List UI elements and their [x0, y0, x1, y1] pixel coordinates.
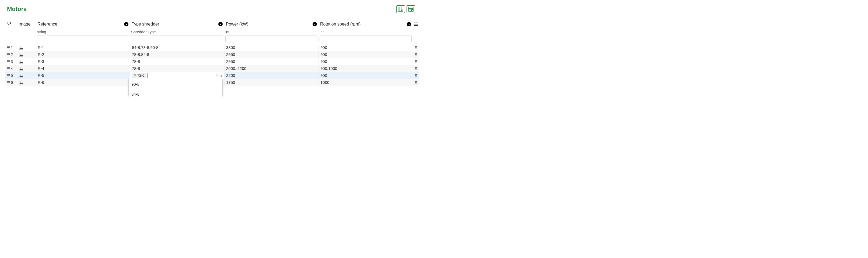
- cell-reference[interactable]: R-4: [36, 65, 130, 72]
- cell-rotation[interactable]: 900: [318, 51, 413, 58]
- delete-row-button[interactable]: [413, 58, 419, 65]
- tag-remove-icon[interactable]: ✕: [134, 74, 136, 77]
- delete-row-button[interactable]: [413, 79, 419, 86]
- column-header-num[interactable]: N°: [5, 19, 17, 29]
- row-number: 6: [11, 80, 13, 85]
- row-handle[interactable]: 1: [5, 44, 17, 51]
- cell-reference[interactable]: R-1: [36, 44, 130, 51]
- svg-rect-24: [415, 53, 417, 56]
- column-type-reference: string: [37, 30, 129, 34]
- column-type-shredder: Shredder Type: [131, 30, 223, 34]
- type-shredder-dropdown[interactable]: 90-8 84-8 78-8 72-6: [128, 79, 223, 97]
- tag-chip[interactable]: ✕ 72-6: [132, 73, 146, 78]
- drag-handle-icon[interactable]: [7, 74, 10, 76]
- cell-image[interactable]: [17, 44, 36, 51]
- cell-image[interactable]: [17, 65, 36, 72]
- cell-type-shredder-editor[interactable]: ✕ 72-6 ✕ ▴ 90-8 84-8 78-8 72-6: [130, 72, 224, 79]
- svg-point-30: [20, 61, 21, 61]
- svg-rect-50: [19, 81, 23, 84]
- svg-rect-43: [19, 74, 23, 77]
- delete-row-button[interactable]: [413, 44, 419, 51]
- cell-image[interactable]: [17, 79, 36, 86]
- svg-rect-17: [415, 46, 417, 49]
- row-number: 1: [11, 45, 13, 50]
- column-header-rotation[interactable]: Rotation speed (rpm) ▾: [318, 19, 413, 29]
- cell-rotation[interactable]: 900: [318, 58, 413, 65]
- drag-handle-icon[interactable]: [7, 53, 10, 56]
- cell-image[interactable]: [17, 72, 36, 79]
- chevron-down-icon[interactable]: ▾: [218, 22, 223, 26]
- svg-rect-52: [415, 81, 417, 84]
- svg-rect-29: [19, 60, 23, 63]
- cell-reference[interactable]: R-5: [36, 72, 130, 79]
- chevron-down-icon[interactable]: ▾: [313, 22, 317, 26]
- column-header-power[interactable]: Power (kW) ▾: [224, 19, 318, 29]
- column-header-type-shredder[interactable]: Type shredder ▾: [130, 19, 224, 29]
- row-number: 2: [11, 52, 13, 57]
- row-number: 5: [11, 73, 13, 78]
- cell-type-shredder[interactable]: 78-8;84-8: [130, 51, 224, 58]
- image-icon: [19, 81, 23, 84]
- cell-rotation[interactable]: 900: [318, 72, 413, 79]
- drag-handle-icon[interactable]: [7, 46, 10, 48]
- filter-rotation-input[interactable]: [319, 35, 412, 42]
- delete-row-button[interactable]: [413, 51, 419, 58]
- column-header-reference[interactable]: Reference ▾: [36, 19, 130, 29]
- svg-rect-45: [415, 74, 417, 77]
- cell-rotation[interactable]: 900: [318, 44, 413, 51]
- add-column-button[interactable]: [396, 5, 405, 13]
- drag-handle-icon[interactable]: [7, 81, 10, 83]
- svg-rect-15: [19, 46, 23, 49]
- filter-reference-input[interactable]: [37, 35, 129, 42]
- cell-reference[interactable]: R-2: [36, 51, 130, 58]
- cell-reference[interactable]: R-3: [36, 58, 130, 65]
- cell-power[interactable]: 3800: [224, 44, 318, 51]
- cell-type-shredder[interactable]: 78-8: [130, 65, 224, 72]
- cell-power[interactable]: 1750: [224, 79, 318, 86]
- cell-rotation[interactable]: 1000: [318, 79, 413, 86]
- clear-all-icon[interactable]: ✕: [216, 74, 218, 77]
- image-icon: [19, 46, 23, 49]
- drag-handle-icon[interactable]: [7, 61, 10, 62]
- row-handle[interactable]: 3: [5, 58, 17, 65]
- add-row-button[interactable]: [407, 5, 415, 13]
- cell-rotation[interactable]: 900;1000: [318, 65, 413, 72]
- filter-power-input[interactable]: [225, 35, 317, 42]
- column-menu-icon[interactable]: [413, 19, 419, 29]
- text-cursor: [148, 73, 148, 78]
- dropdown-option[interactable]: 84-8: [129, 89, 222, 97]
- row-handle[interactable]: 6: [5, 79, 17, 86]
- svg-point-23: [20, 53, 21, 54]
- cell-image[interactable]: [17, 51, 36, 58]
- image-icon: [19, 74, 23, 77]
- svg-point-51: [20, 81, 21, 82]
- cell-power[interactable]: 2200: [224, 72, 318, 79]
- cell-power[interactable]: 2000..2200: [224, 65, 318, 72]
- page-title: Motors: [7, 6, 27, 13]
- column-header-image[interactable]: Image: [17, 19, 36, 29]
- svg-point-44: [20, 74, 21, 75]
- cell-type-shredder[interactable]: 78-8: [130, 58, 224, 65]
- delete-row-button[interactable]: [413, 72, 419, 79]
- cell-power[interactable]: 2950: [224, 58, 318, 65]
- row-handle[interactable]: 5: [5, 72, 17, 79]
- filter-type-shredder-input[interactable]: [131, 35, 223, 42]
- image-icon: [19, 53, 23, 57]
- row-number: 4: [11, 66, 13, 71]
- row-handle[interactable]: 2: [5, 51, 17, 58]
- row-handle[interactable]: 4: [5, 65, 17, 72]
- chevron-down-icon[interactable]: ▾: [407, 22, 411, 26]
- cell-type-shredder[interactable]: 84-8;78-8;90-8: [130, 44, 224, 51]
- cell-reference[interactable]: R-6: [36, 79, 130, 86]
- cell-image[interactable]: [17, 58, 36, 65]
- drag-handle-icon[interactable]: [7, 68, 10, 69]
- delete-row-button[interactable]: [413, 65, 419, 72]
- chevron-down-icon[interactable]: ▾: [124, 22, 128, 26]
- svg-point-37: [20, 68, 21, 68]
- collapse-icon[interactable]: ▴: [220, 74, 222, 77]
- tag-chip-label: 72-6: [137, 73, 144, 77]
- row-number: 3: [11, 60, 13, 64]
- cell-power[interactable]: 2950: [224, 51, 318, 58]
- svg-rect-36: [19, 67, 23, 70]
- dropdown-option[interactable]: 90-8: [129, 79, 222, 89]
